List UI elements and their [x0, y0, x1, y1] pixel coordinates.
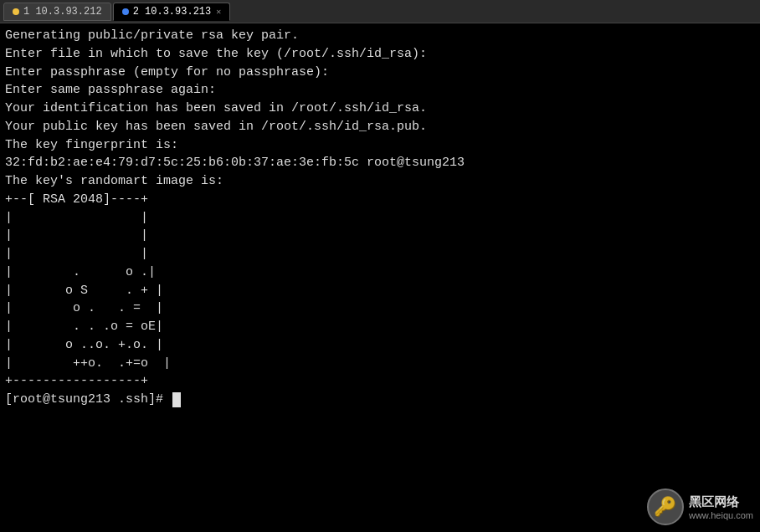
tab-2-dot	[122, 8, 129, 15]
terminal-window: 1 10.3.93.212 2 10.3.93.213 ✕ Generating…	[0, 0, 760, 532]
tab-bar: 1 10.3.93.212 2 10.3.93.213 ✕	[0, 0, 760, 23]
terminal-content[interactable]: Generating public/private rsa key pair. …	[0, 23, 760, 532]
watermark-url: www.heiqu.com	[689, 510, 753, 520]
cursor	[172, 392, 181, 407]
prompt-text: [root@tsung213 .ssh]#	[5, 391, 171, 409]
prompt-line: [root@tsung213 .ssh]#	[5, 391, 755, 409]
tab-2-close[interactable]: ✕	[216, 7, 221, 17]
tab-1-label: 1 10.3.93.212	[23, 6, 102, 18]
tab-2-label: 2 10.3.93.213	[133, 6, 212, 18]
watermark-text: 黑区网络 www.heiqu.com	[689, 494, 753, 520]
watermark-icon: 🔑	[647, 489, 684, 525]
watermark-site: 黑区网络	[689, 494, 753, 510]
tab-1-dot	[13, 8, 19, 15]
tab-1[interactable]: 1 10.3.93.212	[3, 3, 111, 21]
terminal-output: Generating public/private rsa key pair. …	[5, 27, 755, 391]
tab-2[interactable]: 2 10.3.93.213 ✕	[113, 3, 231, 21]
watermark: 🔑 黑区网络 www.heiqu.com	[647, 489, 753, 525]
